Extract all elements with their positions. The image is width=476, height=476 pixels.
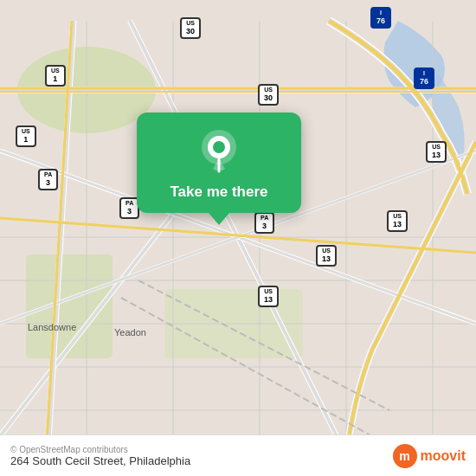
road-sign-us30-2: US 30 [258, 84, 279, 106]
road-sign-pa3-3: PA 3 [254, 212, 274, 234]
popup-card: Take me there [137, 113, 301, 213]
road-sign-i76-1: I 76 [370, 7, 391, 29]
location-pin-icon [195, 128, 243, 177]
copyright-text: © OpenStreetMap contributors [10, 445, 190, 454]
svg-point-34 [213, 141, 225, 153]
road-sign-i76-2: I 76 [414, 68, 434, 89]
moovit-logo-text: moovit [421, 448, 466, 464]
road-sign-us13-3: US 13 [316, 245, 337, 267]
take-me-there-button[interactable]: Take me there [170, 183, 267, 201]
road-sign-us30-1: US 30 [180, 17, 201, 39]
moovit-logo: m moovit [393, 444, 466, 468]
moovit-logo-icon: m [393, 444, 417, 468]
road-sign-us1-1: US 1 [45, 65, 66, 87]
road-sign-us13-4: US 13 [258, 286, 279, 307]
road-sign-us1-2: US 1 [16, 125, 36, 147]
map-container: US 1 US 1 US 30 US 30 I 76 I 76 [0, 0, 476, 476]
bottom-left-info: © OpenStreetMap contributors 264 South C… [10, 445, 190, 467]
place-label-lansdowne: Lansdowne [28, 322, 76, 332]
road-sign-us13-1: US 13 [426, 141, 447, 163]
road-sign-us13-2: US 13 [387, 210, 408, 232]
place-label-yeadon: Yeadon [114, 327, 146, 338]
address-text: 264 South Cecil Street, Philadelphia [10, 454, 190, 467]
bottom-bar: © OpenStreetMap contributors 264 South C… [0, 434, 476, 476]
road-sign-pa3-1: PA 3 [38, 169, 58, 190]
map-background [0, 0, 476, 476]
